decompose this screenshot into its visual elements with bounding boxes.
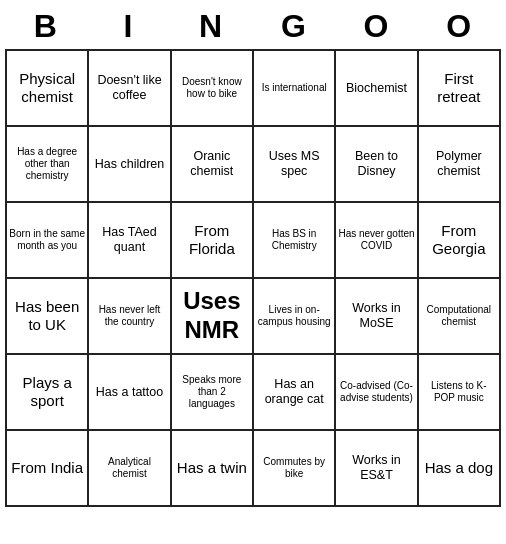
cell-r1-c2: Oranic chemist (172, 127, 254, 203)
cell-r2-c4: Has never gotten COVID (336, 203, 418, 279)
header-letter: O (336, 6, 419, 47)
bingo-grid: Physical chemistDoesn't like coffeeDoesn… (5, 49, 501, 507)
cell-r4-c5: Listens to K-POP music (419, 355, 501, 431)
cell-r0-c4: Biochemist (336, 51, 418, 127)
cell-r4-c1: Has a tattoo (89, 355, 171, 431)
cell-r1-c0: Has a degree other than chemistry (7, 127, 89, 203)
cell-r5-c1: Analytical chemist (89, 431, 171, 507)
cell-r2-c1: Has TAed quant (89, 203, 171, 279)
bingo-card: BINGOO Physical chemistDoesn't like coff… (5, 6, 501, 507)
header-letter: I (88, 6, 171, 47)
cell-r3-c5: Computational chemist (419, 279, 501, 355)
cell-r1-c5: Polymer chemist (419, 127, 501, 203)
cell-r5-c4: Works in ES&T (336, 431, 418, 507)
header-letter: G (253, 6, 336, 47)
cell-r1-c4: Been to Disney (336, 127, 418, 203)
cell-r3-c1: Has never left the country (89, 279, 171, 355)
cell-r3-c3: Lives in on-campus housing (254, 279, 336, 355)
header-letter: N (170, 6, 253, 47)
cell-r3-c0: Has been to UK (7, 279, 89, 355)
bingo-header: BINGOO (5, 6, 501, 47)
cell-r5-c0: From India (7, 431, 89, 507)
cell-r4-c4: Co-advised (Co-advise students) (336, 355, 418, 431)
cell-r4-c0: Plays a sport (7, 355, 89, 431)
cell-r3-c2: Uses NMR (172, 279, 254, 355)
cell-r3-c4: Works in MoSE (336, 279, 418, 355)
cell-r5-c2: Has a twin (172, 431, 254, 507)
cell-r2-c3: Has BS in Chemistry (254, 203, 336, 279)
cell-r4-c2: Speaks more than 2 languages (172, 355, 254, 431)
cell-r2-c0: Born in the same month as you (7, 203, 89, 279)
cell-r5-c3: Commutes by bike (254, 431, 336, 507)
header-letter: O (418, 6, 501, 47)
cell-r0-c1: Doesn't like coffee (89, 51, 171, 127)
cell-r2-c2: From Florida (172, 203, 254, 279)
cell-r1-c1: Has children (89, 127, 171, 203)
cell-r5-c5: Has a dog (419, 431, 501, 507)
header-letter: B (5, 6, 88, 47)
cell-r0-c5: First retreat (419, 51, 501, 127)
cell-r0-c3: Is international (254, 51, 336, 127)
cell-r0-c2: Doesn't know how to bike (172, 51, 254, 127)
cell-r4-c3: Has an orange cat (254, 355, 336, 431)
cell-r2-c5: From Georgia (419, 203, 501, 279)
cell-r1-c3: Uses MS spec (254, 127, 336, 203)
cell-r0-c0: Physical chemist (7, 51, 89, 127)
